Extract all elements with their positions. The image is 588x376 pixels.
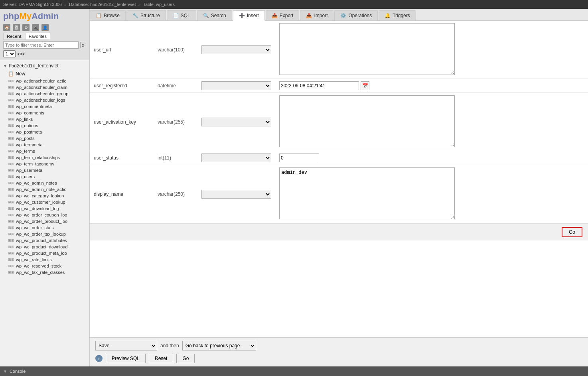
field-func-select-user_registered[interactable] — [201, 81, 271, 90]
tree-table-item[interactable]: ⊞⊞wp_options — [0, 122, 89, 129]
tree-table-item[interactable]: ⊞⊞wp_wc_order_stats — [0, 224, 89, 231]
form-table: user_url varchar(100) user_registered da… — [90, 21, 588, 223]
home-icon[interactable]: 🏠 — [3, 24, 10, 31]
reset-button[interactable]: Reset — [149, 354, 173, 363]
table-name-label: wp_wc_product_attributes — [16, 238, 67, 243]
table-icons: ⊞⊞ — [8, 124, 14, 128]
top-bar: Server: DA PMA SignOn:3306 » Database: h… — [0, 0, 588, 9]
field-textarea-user_activation_key[interactable] — [279, 95, 455, 147]
field-textarea-user_url[interactable] — [279, 23, 455, 75]
tree-table-item[interactable]: ⊞⊞wp_wc_customer_lookup — [0, 199, 89, 205]
tree-table-item[interactable]: ⊞⊞wp_comments — [0, 110, 89, 116]
tree-table-item[interactable]: ⊞⊞wp_wc_product_meta_loo — [0, 250, 89, 256]
calendar-icon-user_registered[interactable]: 📅 — [361, 81, 369, 90]
page-select[interactable]: 1 — [3, 50, 16, 57]
tab-export[interactable]: 📤Export — [266, 10, 300, 20]
tree-table-item[interactable]: ⊞⊞wp_links — [0, 116, 89, 122]
tree-table-item[interactable]: ⊞⊞wp_term_relationships — [0, 154, 89, 161]
table-row: user_url varchar(100) — [90, 21, 588, 79]
tab-recent[interactable]: Recent — [3, 33, 25, 40]
preview-sql-button[interactable]: Preview SQL — [106, 354, 146, 363]
tree-table-item[interactable]: ⊞⊞wp_wc_reserved_stock — [0, 263, 89, 269]
tree-table-item[interactable]: ⊞⊞wp_term_taxonomy — [0, 161, 89, 167]
field-func-select-user_status[interactable] — [201, 154, 271, 162]
tree-table-item[interactable]: ⊞⊞wp_wc_rate_limits — [0, 256, 89, 263]
table-icons: ⊞⊞ — [8, 149, 14, 153]
tree-table-item[interactable]: ⊞⊞wp_termmeta — [0, 142, 89, 148]
table-row: user_activation_key varchar(255) — [90, 93, 588, 151]
tree-table-item[interactable]: ⊞⊞wp_wc_admin_notes — [0, 180, 89, 186]
tree-table-item[interactable]: ⊞⊞wp_actionscheduler_claim — [0, 84, 89, 91]
field-func-select-user_activation_key[interactable] — [201, 118, 271, 126]
go-button-inline[interactable]: Go — [562, 227, 582, 237]
sidebar: phpMyAdmin 🏠 🗄 ⚙ 🔌 👤 Recent Favorites x — [0, 9, 90, 366]
page-nav[interactable]: >>> — [17, 51, 25, 56]
tab-search[interactable]: 🔍Search — [197, 10, 232, 20]
table-icons: ⊞⊞ — [8, 143, 14, 147]
tree-table-item[interactable]: ⊞⊞wp_wc_order_coupon_loo — [0, 212, 89, 218]
info-icon[interactable]: i — [95, 355, 103, 362]
console-bar[interactable]: ▼ Console — [0, 366, 588, 376]
field-name: user_activation_key — [90, 93, 154, 151]
field-input-user_status[interactable] — [279, 154, 319, 162]
go-button-bottom[interactable]: Go — [176, 354, 195, 363]
plugin-icon[interactable]: 🔌 — [32, 24, 39, 31]
tree-table-item[interactable]: ⊞⊞wp_postmeta — [0, 129, 89, 135]
tab-structure[interactable]: 🔧Structure — [126, 10, 166, 20]
table-icons: ⊞⊞ — [8, 219, 14, 223]
logo-admin: Admin — [32, 11, 59, 21]
save-select[interactable]: SaveSave and staySave as new row — [95, 341, 157, 350]
triggers-tab-icon: 🔔 — [385, 13, 391, 18]
tree-table-item[interactable]: ⊞⊞wp_usermeta — [0, 167, 89, 173]
filter-clear-button[interactable]: x — [80, 42, 87, 48]
tree-table-item[interactable]: ⊞⊞wp_users — [0, 173, 89, 180]
field-func-select-user_url[interactable] — [201, 45, 271, 54]
tab-favorites[interactable]: Favorites — [25, 33, 50, 40]
search-tab-icon: 🔍 — [203, 13, 209, 18]
tab-sql[interactable]: 📄SQL — [167, 10, 196, 20]
tree-table-item[interactable]: ⊞⊞wp_wc_download_log — [0, 205, 89, 212]
table-name-label: wp_links — [16, 117, 33, 122]
tree-table-item[interactable]: ⊞⊞wp_wc_order_tax_lookup — [0, 231, 89, 237]
tree-table-item[interactable]: ⊞⊞wp_terms — [0, 148, 89, 154]
table-name-label: wp_actionscheduler_logs — [16, 98, 65, 102]
andthen-select[interactable]: Go back to previous pageStay on current … — [182, 341, 256, 350]
settings-icon[interactable]: ⚙ — [22, 24, 30, 31]
tree-table-item[interactable]: ⊞⊞wp_wc_product_attributes — [0, 237, 89, 244]
tree-table-item[interactable]: ⊞⊞wp_posts — [0, 135, 89, 142]
filter-input[interactable] — [3, 41, 79, 49]
table-name-label: wp_wc_admin_note_actio — [16, 187, 67, 192]
console-label: Console — [10, 369, 26, 374]
field-textarea-display_name[interactable]: admin_dev — [279, 167, 455, 219]
tab-browse[interactable]: 📋Browse — [90, 10, 126, 20]
tree-table-item[interactable]: ⊞⊞wp_wc_order_product_loo — [0, 218, 89, 224]
logo-my: My — [19, 11, 32, 21]
tree-table-item[interactable]: ⊞⊞wp_actionscheduler_actio — [0, 78, 89, 84]
tree-table-item[interactable]: ⊞⊞wp_commentmeta — [0, 103, 89, 110]
field-func-select-display_name[interactable] — [201, 190, 271, 199]
sql-tab-icon: 📄 — [173, 13, 179, 18]
operations-tab-icon: ⚙️ — [340, 13, 346, 18]
insert-tab-label: Insert — [247, 13, 259, 18]
table-name-label: wp_options — [16, 123, 38, 128]
table-name-label: wp_wc_customer_lookup — [16, 200, 65, 205]
field-datetime-user_registered[interactable] — [279, 81, 359, 90]
new-table-item[interactable]: 📋 New — [0, 70, 89, 78]
db-icon[interactable]: 🗄 — [13, 24, 20, 31]
tree-table-item[interactable]: ⊞⊞wp_actionscheduler_logs — [0, 97, 89, 103]
tab-triggers[interactable]: 🔔Triggers — [379, 10, 416, 20]
field-value-cell: admin_dev — [275, 165, 588, 223]
table-icons: ⊞⊞ — [8, 258, 14, 262]
tree-table-item[interactable]: ⊞⊞wp_wc_tax_rate_classes — [0, 269, 89, 276]
table-name-label: wp_wc_rate_limits — [16, 257, 52, 262]
tree-db-item[interactable]: ▼ h5d2e61d1c_tentenviet — [0, 62, 89, 70]
tab-import[interactable]: 📥Import — [300, 10, 333, 20]
user-icon[interactable]: 👤 — [41, 24, 49, 31]
tree-table-item[interactable]: ⊞⊞wp_wc_admin_note_actio — [0, 186, 89, 193]
table-name-label: wp_users — [16, 174, 35, 179]
tree-table-item[interactable]: ⊞⊞wp_wc_product_download — [0, 244, 89, 250]
tab-operations[interactable]: ⚙️Operations — [334, 10, 378, 20]
tree-table-item[interactable]: ⊞⊞wp_wc_category_lookup — [0, 193, 89, 199]
tree-table-item[interactable]: ⊞⊞wp_actionscheduler_group — [0, 91, 89, 97]
tab-insert[interactable]: ➕Insert — [233, 10, 265, 21]
